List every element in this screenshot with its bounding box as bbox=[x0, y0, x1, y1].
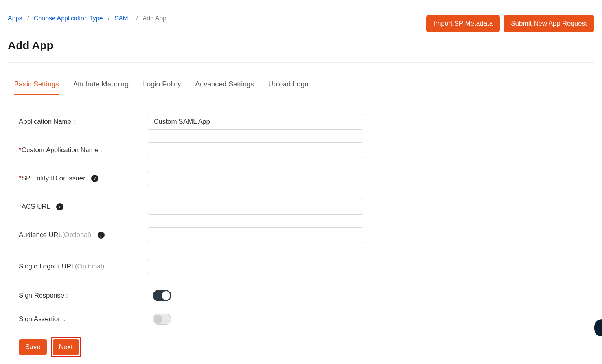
sign-response-toggle[interactable] bbox=[153, 290, 171, 301]
info-icon[interactable]: i bbox=[91, 175, 98, 182]
info-icon[interactable]: i bbox=[56, 203, 63, 210]
import-sp-metadata-button[interactable]: Import SP Metadata bbox=[426, 15, 500, 32]
breadcrumb-sep: / bbox=[27, 15, 29, 22]
toggle-knob bbox=[154, 315, 162, 324]
tab-upload-logo[interactable]: Upload Logo bbox=[268, 76, 308, 95]
breadcrumb-choose-app-type[interactable]: Choose Application Type bbox=[34, 15, 103, 22]
tab-attribute-mapping[interactable]: Attribute Mapping bbox=[73, 76, 129, 95]
breadcrumb-current: Add App bbox=[142, 15, 166, 22]
tabs: Basic Settings Attribute Mapping Login P… bbox=[8, 76, 594, 95]
label-text: Application Name : bbox=[19, 118, 75, 126]
audience-url-label: Audience URL (Optional) : i bbox=[19, 231, 148, 239]
label-text: Single Logout URL bbox=[19, 263, 75, 270]
toggle-knob bbox=[162, 291, 170, 300]
sign-assertion-toggle[interactable] bbox=[153, 314, 171, 325]
label-text: ACS URL : bbox=[22, 203, 54, 211]
sp-entity-id-label: *SP Entity ID or Issuer : i bbox=[19, 175, 148, 182]
breadcrumb: Apps / Choose Application Type / SAML / … bbox=[8, 15, 166, 22]
single-logout-url-label: Single Logout URL (Optional) : bbox=[19, 263, 148, 270]
custom-application-name-input[interactable] bbox=[148, 142, 363, 158]
breadcrumb-apps[interactable]: Apps bbox=[8, 15, 22, 22]
label-optional: (Optional) : bbox=[62, 231, 95, 239]
save-button[interactable]: Save bbox=[19, 339, 47, 355]
page-title: Add App bbox=[8, 39, 594, 52]
label-text: Custom Application Name : bbox=[22, 146, 102, 154]
tab-basic-settings[interactable]: Basic Settings bbox=[14, 76, 59, 95]
header-divider bbox=[8, 62, 594, 63]
basic-settings-form: Application Name : *Custom Application N… bbox=[8, 114, 594, 325]
application-name-input[interactable] bbox=[148, 114, 363, 130]
required-marker: * bbox=[19, 203, 22, 211]
sign-assertion-label: Sign Assertion : bbox=[19, 315, 148, 323]
next-button[interactable]: Next bbox=[53, 339, 79, 355]
custom-application-name-label: *Custom Application Name : bbox=[19, 146, 148, 154]
label-optional: (Optional) : bbox=[75, 263, 108, 270]
chat-widget-icon[interactable] bbox=[594, 319, 602, 336]
required-marker: * bbox=[19, 175, 22, 182]
acs-url-label: *ACS URL : i bbox=[19, 203, 148, 211]
breadcrumb-sep: / bbox=[108, 15, 109, 22]
audience-url-input[interactable] bbox=[148, 227, 363, 243]
breadcrumb-saml[interactable]: SAML bbox=[114, 15, 131, 22]
single-logout-url-input[interactable] bbox=[148, 259, 363, 274]
acs-url-input[interactable] bbox=[148, 199, 363, 215]
label-text: Audience URL bbox=[19, 231, 62, 239]
next-button-highlight: Next bbox=[51, 337, 81, 357]
submit-new-app-request-button[interactable]: Submit New App Request bbox=[504, 15, 594, 32]
sp-entity-id-input[interactable] bbox=[148, 171, 363, 186]
tab-login-policy[interactable]: Login Policy bbox=[143, 76, 181, 95]
info-icon[interactable]: i bbox=[98, 232, 105, 239]
label-text: SP Entity ID or Issuer : bbox=[22, 175, 89, 182]
required-marker: * bbox=[19, 146, 22, 154]
breadcrumb-sep: / bbox=[136, 15, 138, 22]
application-name-label: Application Name : bbox=[19, 118, 148, 126]
sign-response-label: Sign Response : bbox=[19, 292, 148, 300]
tab-advanced-settings[interactable]: Advanced Settings bbox=[195, 76, 254, 95]
